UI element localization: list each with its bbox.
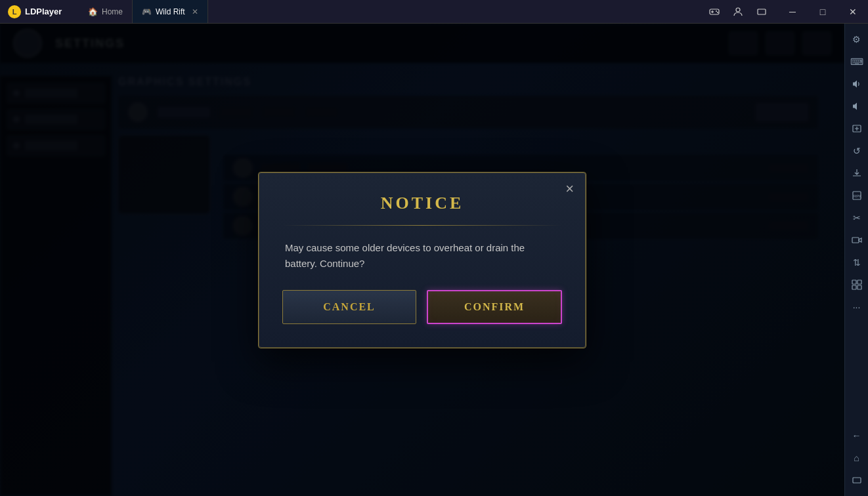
- tab-home-label: Home: [102, 7, 123, 16]
- logo-icon: L: [8, 5, 21, 18]
- user-icon-btn[interactable]: [727, 1, 749, 22]
- svg-rect-10: [852, 238, 859, 243]
- tab-home[interactable]: 🏠 Home: [79, 0, 133, 23]
- volume-down-icon: [852, 101, 862, 112]
- scissors-button[interactable]: ✂: [846, 207, 867, 228]
- gamepad-icon-btn[interactable]: [704, 1, 725, 22]
- keyboard-button[interactable]: ⌨: [846, 51, 867, 72]
- modal-body-text: May cause some older devices to overheat…: [282, 240, 562, 272]
- svg-point-3: [716, 10, 717, 12]
- modal-title: NOTICE: [282, 194, 562, 213]
- svg-rect-6: [758, 9, 766, 14]
- modal-overlay: × NOTICE May cause some older devices to…: [0, 24, 844, 496]
- gamepad-icon: [709, 7, 720, 17]
- modal-buttons: CANCEL CONFIRM: [282, 290, 562, 324]
- maximize-button[interactable]: □: [808, 0, 838, 24]
- recents-icon: [852, 475, 862, 486]
- window-controls: ─ □ ✕: [777, 0, 868, 23]
- fps-button[interactable]: RPK: [846, 185, 867, 206]
- video-button[interactable]: [846, 230, 867, 251]
- fps-icon: RPK: [852, 190, 862, 201]
- titlebar: L LDPlayer 🏠 Home 🎮 Wild Rift ✕: [0, 0, 868, 24]
- cancel-button[interactable]: CANCEL: [282, 290, 416, 324]
- user-icon: [733, 7, 743, 17]
- back-button[interactable]: ←: [846, 425, 867, 446]
- gear-button[interactable]: ⚙: [846, 29, 867, 50]
- app-logo: L LDPlayer: [0, 5, 79, 18]
- svg-rect-15: [853, 478, 861, 483]
- recents-button[interactable]: [846, 470, 867, 491]
- notice-modal: × NOTICE May cause some older devices to…: [258, 172, 586, 348]
- svg-point-5: [736, 8, 740, 12]
- rotate-button[interactable]: ↺: [846, 140, 867, 161]
- tab-list: 🏠 Home 🎮 Wild Rift ✕: [79, 0, 208, 23]
- tab-close-icon[interactable]: ✕: [192, 7, 198, 16]
- volume-up-button[interactable]: [846, 73, 867, 94]
- svg-rect-14: [857, 285, 861, 289]
- modal-close-button[interactable]: ×: [565, 182, 574, 196]
- svg-rect-12: [857, 280, 861, 284]
- confirm-button[interactable]: CONFIRM: [427, 290, 562, 324]
- volume-up-icon: [852, 79, 862, 89]
- video-icon: [852, 235, 862, 245]
- main-content: SETTINGS GRAPHICS SETTINGS: [0, 24, 844, 496]
- screen-fit-icon: [852, 123, 862, 134]
- app-name: LDPlayer: [25, 7, 62, 16]
- more-button[interactable]: ···: [846, 297, 867, 318]
- download-icon: [852, 168, 862, 178]
- home-button[interactable]: ⌂: [846, 447, 867, 468]
- sidebar-right: ⚙ ⌨ ↺ RPK ✂ ⇅: [844, 24, 868, 496]
- svg-rect-11: [852, 280, 856, 284]
- frames-icon: [852, 279, 862, 290]
- tab-wild-rift-label: Wild Rift: [156, 7, 185, 16]
- expand-icon-btn[interactable]: [751, 1, 772, 22]
- transfer-button[interactable]: ⇅: [846, 252, 867, 273]
- titlebar-icon-group: [699, 1, 777, 22]
- svg-point-4: [717, 12, 718, 13]
- screen-fit-button[interactable]: [846, 118, 867, 139]
- game-icon: 🎮: [142, 7, 152, 16]
- minimize-button[interactable]: ─: [777, 0, 808, 24]
- expand-icon: [756, 7, 767, 17]
- svg-rect-13: [852, 285, 856, 289]
- volume-down-button[interactable]: [846, 96, 867, 117]
- home-icon: 🏠: [88, 7, 98, 16]
- svg-text:RPK: RPK: [854, 194, 861, 198]
- tab-wild-rift[interactable]: 🎮 Wild Rift ✕: [133, 0, 208, 23]
- download-button[interactable]: [846, 163, 867, 184]
- frames-button[interactable]: [846, 274, 867, 295]
- close-button[interactable]: ✕: [838, 0, 868, 24]
- modal-divider: [282, 225, 562, 226]
